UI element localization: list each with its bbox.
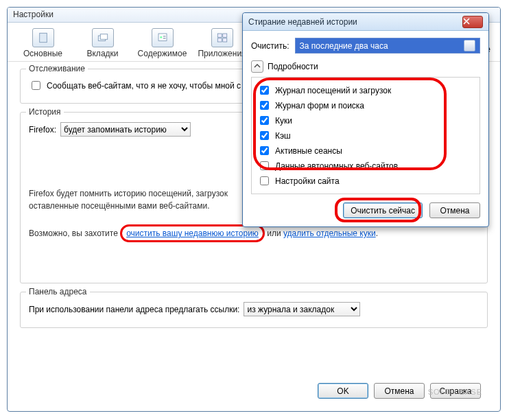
firefox-label: Firefox:	[29, 125, 56, 135]
chk-siteprefs[interactable]	[260, 176, 269, 185]
svg-rect-7	[217, 34, 222, 37]
toolbar-tabs-label: Вкладки	[86, 49, 118, 58]
toolbar-general[interactable]: Основные	[17, 28, 69, 58]
chk-forms-label: Журнал форм и поиска	[275, 101, 364, 110]
chk-visits[interactable]	[260, 86, 269, 95]
dnt-checkbox[interactable]	[32, 81, 40, 90]
dialog-cancel-button[interactable]: Отмена	[429, 202, 480, 218]
tracking-title: Отслеживание	[26, 64, 88, 73]
chk-sessions-label: Активные сеансы	[275, 146, 342, 156]
chk-cache-label: Кэш	[275, 131, 291, 141]
svg-rect-2	[100, 34, 108, 40]
history-title: История	[26, 107, 64, 117]
period: .	[376, 229, 378, 238]
svg-rect-10	[222, 38, 226, 42]
close-icon	[463, 17, 482, 27]
toolbar-general-label: Основные	[23, 49, 62, 58]
svg-rect-3	[158, 34, 167, 41]
details-checklist: Журнал посещений и загрузок Журнал форм …	[251, 77, 480, 194]
dnt-label: Сообщать веб-сайтам, что я не хочу, чтоб…	[47, 81, 241, 91]
clear-label: Очистить:	[251, 41, 289, 51]
cancel-button[interactable]: Отмена	[374, 383, 425, 399]
ok-button[interactable]: OK	[318, 383, 368, 399]
time-range-value: За последние два часа	[300, 41, 388, 51]
toolbar-content[interactable]: Содержимое	[137, 28, 188, 58]
or-text: или	[265, 229, 283, 238]
chevron-up-icon	[254, 62, 261, 71]
chk-cookies[interactable]	[260, 116, 269, 125]
chk-siteprefs-label: Настройки сайта	[275, 176, 340, 186]
watermark: SOFT - BASE	[428, 388, 482, 396]
tabs-icon	[92, 28, 114, 47]
svg-rect-9	[217, 38, 222, 42]
history-mode-select[interactable]: будет запоминать историю	[60, 122, 191, 137]
clear-now-button[interactable]: Очистить сейчас	[343, 202, 423, 218]
apps-icon	[211, 28, 233, 47]
settings-title: Настройки	[13, 10, 54, 19]
chk-cache[interactable]	[260, 131, 269, 140]
chk-visits-label: Журнал посещений и загрузок	[275, 86, 391, 95]
delete-cookies-link[interactable]: удалить отдельные куки	[283, 229, 376, 238]
chk-forms[interactable]	[260, 101, 269, 110]
clear-history-link[interactable]: очистить вашу недавнюю историю	[126, 229, 259, 238]
toolbar-tabs[interactable]: Вкладки	[77, 28, 128, 58]
details-toggle[interactable]	[251, 60, 263, 73]
addressbar-label: При использовании панели адреса предлага…	[29, 305, 239, 314]
time-range-select[interactable]: За последние два часа	[295, 38, 480, 54]
svg-rect-6	[163, 38, 165, 39]
content-icon	[152, 28, 174, 47]
chk-sessions[interactable]	[260, 146, 269, 155]
dialog-body: Очистить: За последние два часа Подробно…	[243, 31, 488, 226]
svg-rect-5	[163, 36, 165, 37]
addressbar-title: Панель адреса	[26, 287, 90, 296]
toolbar-content-label: Содержимое	[138, 49, 187, 58]
toolbar-apps-label: Приложения	[198, 49, 246, 58]
dialog-close-button[interactable]	[462, 16, 483, 28]
toolbar-apps[interactable]: Приложения	[196, 28, 248, 58]
general-icon	[32, 28, 54, 47]
clear-history-dialog: Стирание недавней истории Очистить: За п…	[242, 12, 489, 227]
chevron-down-icon	[467, 43, 473, 49]
chk-cookies-label: Куки	[275, 116, 292, 126]
maybe-prefix: Возможно, вы захотите	[29, 229, 120, 238]
chk-offline[interactable]	[260, 161, 269, 170]
dialog-title: Стирание недавней истории	[248, 17, 462, 27]
chk-offline-label: Данные автономных веб-сайтов	[275, 161, 398, 171]
svg-rect-8	[222, 34, 226, 37]
details-label: Подробности	[268, 62, 318, 71]
addressbar-group: Панель адреса При использовании панели а…	[20, 292, 488, 328]
svg-rect-0	[39, 33, 47, 43]
dialog-titlebar[interactable]: Стирание недавней истории	[243, 13, 488, 31]
addressbar-suggest-select[interactable]: из журнала и закладок	[244, 302, 360, 316]
clear-history-highlight: очистить вашу недавнюю историю	[120, 224, 265, 242]
svg-point-4	[160, 36, 162, 38]
